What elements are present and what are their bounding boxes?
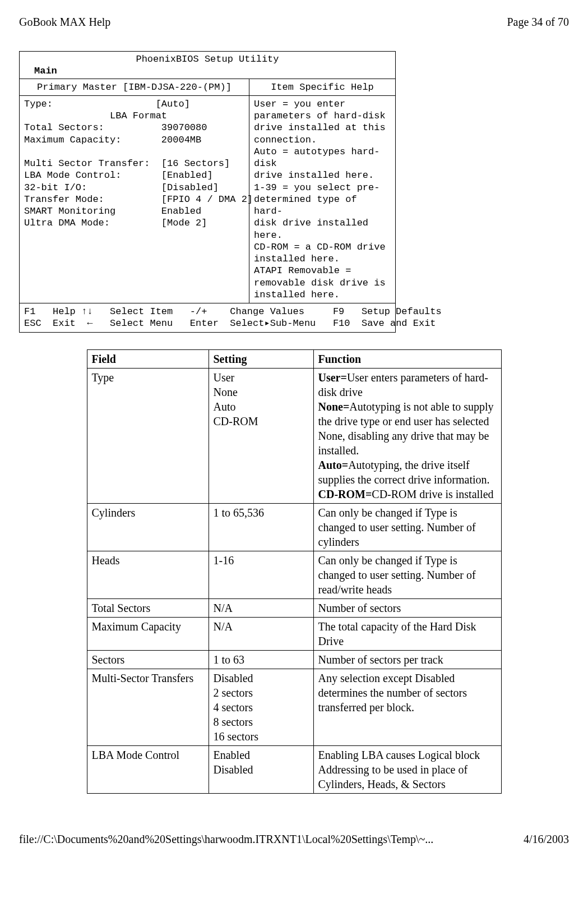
cell-function: Can only be changed if Type is changed t… [313,551,501,598]
table-row: Cylinders1 to 65,536Can only be changed … [87,503,501,551]
cell-field: Total Sectors [87,598,209,617]
cell-setting: N/A [209,598,313,617]
header-right: Page 34 of 70 [507,16,569,29]
cell-field: Sectors [87,650,209,669]
bios-screenshot: PhoenixBIOS Setup Utility Main Primary M… [19,51,396,333]
cell-setting: UserNoneAutoCD-ROM [209,368,313,503]
cell-field: Maximum Capacity [87,617,209,650]
cell-function: Number of sectors per track [313,650,501,669]
cell-field: Multi-Sector Transfers [87,669,209,745]
footer-left: file://C:\Documents%20and%20Settings\har… [19,833,433,846]
bios-subheader-row: Primary Master [IBM-DJSA-220-(PM)] Item … [20,79,395,95]
table-row: TypeUserNoneAutoCD-ROMUser=User enters p… [87,368,501,503]
th-setting: Setting [209,349,313,368]
cell-setting: N/A [209,617,313,650]
bios-sub-left: Primary Master [IBM-DJSA-220-(PM)] [20,79,249,95]
bios-sub-right: Item Specific Help [249,79,395,95]
bios-main-tab: Main [20,65,395,78]
bios-footer: F1 Help ↑↓ Select Item -/+ Change Values… [20,303,395,332]
table-row: Total SectorsN/ANumber of sectors [87,598,501,617]
page-header: GoBook MAX Help Page 34 of 70 [19,16,569,29]
bios-body-left: Type: [Auto] LBA Format Total Sectors: 3… [20,96,249,303]
fields-table: Field Setting Function TypeUserNoneAutoC… [87,349,502,794]
cell-setting: 1 to 65,536 [209,503,313,551]
cell-function: User=User enters parameters of hard-disk… [313,368,501,503]
cell-setting: 1 to 63 [209,650,313,669]
cell-setting: EnabledDisabled [209,745,313,793]
table-row: LBA Mode ControlEnabledDisabledEnabling … [87,745,501,793]
cell-field: Cylinders [87,503,209,551]
cell-setting: Disabled2 sectors4 sectors8 sectors16 se… [209,669,313,745]
cell-function: Can only be changed if Type is changed t… [313,503,501,551]
th-field: Field [87,349,209,368]
cell-field: LBA Mode Control [87,745,209,793]
table-row: Sectors1 to 63 Number of sectors per tra… [87,650,501,669]
cell-setting: 1-16 [209,551,313,598]
bios-body-row: Type: [Auto] LBA Format Total Sectors: 3… [20,95,395,303]
cell-field: Heads [87,551,209,598]
table-row: Heads1-16Can only be changed if Type is … [87,551,501,598]
footer-right: 4/16/2003 [524,833,569,846]
cell-function: Enabling LBA causes Logical block Addres… [313,745,501,793]
bios-body-right: User = you enter parameters of hard-disk… [249,96,395,303]
cell-function: The total capacity of the Hard Disk Driv… [313,617,501,650]
bios-title: PhoenixBIOS Setup Utility [20,52,395,65]
table-header-row: Field Setting Function [87,349,501,368]
cell-field: Type [87,368,209,503]
table-row: Multi-Sector TransfersDisabled2 sectors4… [87,669,501,745]
page-footer: file://C:\Documents%20and%20Settings\har… [19,833,569,846]
cell-function: Number of sectors [313,598,501,617]
table-row: Maximum CapacityN/AThe total capacity of… [87,617,501,650]
cell-function: Any selection except Disabled determines… [313,669,501,745]
header-left: GoBook MAX Help [19,16,110,29]
th-function: Function [313,349,501,368]
